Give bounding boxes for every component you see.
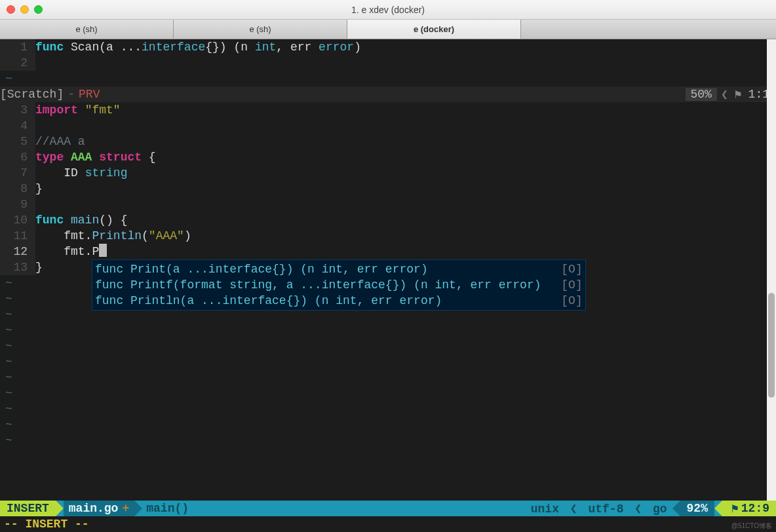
completion-popup[interactable]: func Print(a ...interface{}) (n int, err… [92,259,586,311]
completion-source: [O] [548,278,582,292]
code-line[interactable]: 2 [0,55,776,71]
tab-2[interactable]: e (sh) [174,20,347,39]
line-number: 4 [0,118,35,134]
function-segment: main() [142,502,189,515]
line-number: 9 [0,197,35,212]
chevron-left-icon: ❮ [721,87,728,102]
watermark: @51CTO博客 [731,522,772,531]
chevron-left-icon [566,503,581,516]
line-number: 13 [0,259,35,275]
code-line[interactable]: 10func main() { [0,212,776,228]
titlebar[interactable]: 1. e xdev (docker) [0,0,776,20]
percent: 50% [686,88,717,101]
separator-icon [56,501,64,516]
tilde: ~ [0,385,12,401]
tilde: ~ [0,338,12,354]
code-line[interactable]: 6type AAA struct { [0,149,776,165]
code-line[interactable]: 4 [0,118,776,134]
tilde: ~ [0,401,12,417]
tilde: ~ [0,432,12,448]
cursor [99,244,107,257]
percent-segment: 92% [680,501,714,516]
code-line[interactable]: 7 ID string [0,165,776,181]
window-title: 1. e xdev (docker) [0,5,776,15]
tilde: ~ [0,291,12,307]
line-number: 12 [0,244,35,259]
line-number: 7 [0,165,35,181]
tilde: ~ [0,307,12,322]
line-number: 8 [0,181,35,197]
tilde: ~ [0,417,12,432]
completion-item[interactable]: func Println(a ...interface{}) (n int, e… [95,293,583,309]
flag-icon [729,501,741,516]
completion-source: [O] [548,263,582,276]
code-line[interactable]: 9 [0,197,776,212]
buffer-flags: PRV [79,88,100,101]
tab-bar-filler [521,20,776,39]
code-line[interactable]: 11 fmt.Println("AAA") [0,228,776,244]
line-number: 6 [0,149,35,165]
buffer-name: [Scratch] [0,88,64,101]
tab-1[interactable]: e (sh) [0,20,174,39]
tilde: ~ [0,354,12,370]
line-number: 11 [0,228,35,244]
line-number: 3 [0,102,35,118]
mode-segment: INSERT [0,501,56,516]
separator-icon [134,501,142,516]
separator-icon [714,501,722,516]
tilde: ~ [0,71,12,86]
line-number: 1 [0,39,35,55]
position-segment: 12:9 [722,501,776,516]
editor-area[interactable]: 1func Scan(a ...interface{}) (n int, err… [0,39,776,501]
separator-icon [672,501,680,516]
code-line[interactable]: 3import "fmt" [0,102,776,118]
statusbar: INSERT main.go + main() unix utf-8 go 92… [0,501,776,516]
tilde: ~ [0,275,12,291]
tilde: ~ [0,370,12,385]
flag-icon [732,87,745,102]
completion-item[interactable]: func Printf(format string, a ...interfac… [95,277,583,293]
command-line[interactable]: -- INSERT -- [0,516,776,532]
split-statusbar: [Scratch]-PRV50%❮1:1 [0,86,776,102]
fileformat-segment: unix utf-8 go [526,501,672,516]
tab-bar: e (sh) e (sh) e (docker) [0,20,776,39]
line-number: 10 [0,212,35,228]
line-number: 5 [0,134,35,149]
scrollbar[interactable] [767,39,776,501]
tab-3[interactable]: e (docker) [347,20,521,39]
completion-item[interactable]: func Print(a ...interface{}) (n int, err… [95,261,583,277]
completion-source: [O] [548,294,582,307]
modified-icon: + [122,502,129,515]
file-name: main.go [69,502,119,515]
scrollbar-thumb[interactable] [768,293,775,398]
code-line[interactable]: 5//AAA a [0,134,776,149]
line-number: 2 [0,55,35,71]
code-line[interactable]: 12 fmt.P [0,244,776,259]
code-line[interactable]: 8} [0,181,776,197]
file-segment: main.go + [64,501,134,516]
terminal-window: 1. e xdev (docker) e (sh) e (sh) e (dock… [0,0,776,532]
code-line[interactable]: 1func Scan(a ...interface{}) (n int, err… [0,39,776,55]
tilde: ~ [0,322,12,338]
chevron-left-icon [630,503,646,516]
